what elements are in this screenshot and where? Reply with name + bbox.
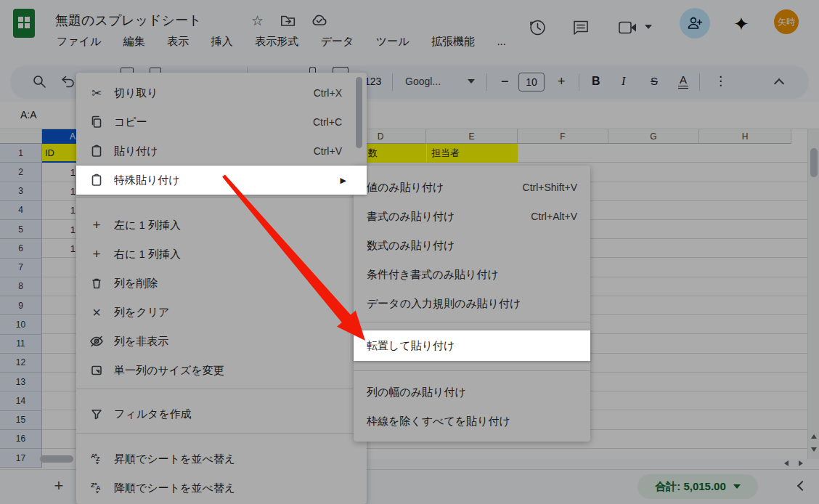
submenu-arrow-icon: ▶ — [341, 176, 346, 185]
google-sheets-app: 無題のスプレッドシート ☆ ファイル 編集 表示 挿入 表示形式 データ ツール… — [0, 0, 819, 504]
menu-item-paste-special-highlighted[interactable]: 特殊貼り付け ▶ — [76, 166, 367, 195]
submenu-item-transposed-highlighted[interactable]: 転置して貼り付け — [354, 330, 590, 361]
submenu-item-label: 転置して貼り付け — [367, 339, 455, 353]
menu-item-label: 特殊貼り付け — [114, 174, 180, 187]
paste-special-icon — [89, 174, 104, 187]
dim-overlay — [0, 0, 819, 504]
